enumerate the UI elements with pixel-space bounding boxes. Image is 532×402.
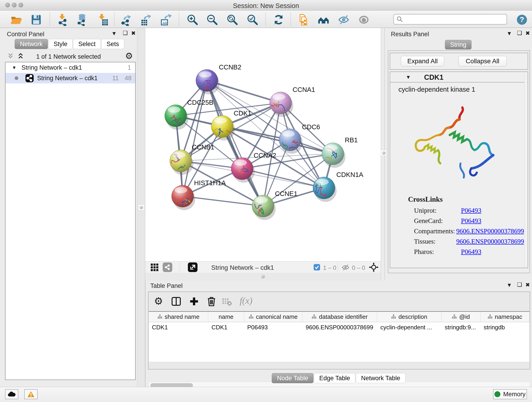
show-columns-button[interactable] xyxy=(171,296,181,307)
import-table-file-button[interactable] xyxy=(96,13,109,26)
import-network-database-button[interactable] xyxy=(75,13,88,26)
memory-label: Memory xyxy=(503,391,526,398)
table-panel-float-button[interactable]: ▼ xyxy=(507,282,512,288)
crosslink-link[interactable]: P06493 xyxy=(461,248,481,255)
tab-style[interactable]: Style xyxy=(48,39,73,49)
fit-selected-button[interactable] xyxy=(369,262,379,273)
network-edge[interactable] xyxy=(183,80,207,196)
protein-structure-image xyxy=(404,99,500,191)
network-row-selected[interactable]: String Network – cdk1 11 48 xyxy=(6,73,135,83)
tab-select[interactable]: Select xyxy=(73,39,101,49)
annotations-button[interactable] xyxy=(297,13,310,26)
left-splitter[interactable] xyxy=(137,28,145,387)
cloud-status-button[interactable] xyxy=(5,389,18,399)
export-image-button[interactable] xyxy=(160,13,173,26)
save-session-button[interactable] xyxy=(30,13,43,26)
node-label-CDK1: CDK1 xyxy=(234,109,251,117)
svg-text:?: ? xyxy=(520,15,524,24)
table-cell[interactable]: cyclin-dependent ... xyxy=(377,322,442,332)
column-header-canonical-name[interactable]: canonical name xyxy=(244,312,302,322)
current-network-title: String Network – cdk1 xyxy=(211,264,274,271)
tab-network-table[interactable]: Network Table xyxy=(356,373,405,383)
column-header-description[interactable]: description xyxy=(377,312,442,322)
import-network-file-button[interactable] xyxy=(56,13,69,26)
control-panel-undock-button[interactable]: ❑ xyxy=(123,30,128,36)
export-table-icon xyxy=(140,13,152,26)
expand-all-button[interactable]: Expand All xyxy=(401,56,444,66)
right-splitter-handle[interactable] xyxy=(381,150,387,156)
warnings-button[interactable] xyxy=(24,389,38,399)
column-header-@id[interactable]: @id xyxy=(442,312,481,322)
table-cell[interactable]: CDK1 xyxy=(208,322,244,332)
network-collection-row[interactable]: ▼ String Network – cdk1 1 xyxy=(6,62,135,73)
results-panel-float-button[interactable]: ▼ xyxy=(507,31,512,36)
open-session-button[interactable] xyxy=(10,13,22,26)
table-cell[interactable]: P06493 xyxy=(244,322,302,332)
create-column-button[interactable] xyxy=(189,296,199,307)
table-row[interactable]: CDK1CDK1P064939606.ENSP00000378699cyclin… xyxy=(149,322,530,332)
selected-checkbox[interactable] xyxy=(313,264,320,272)
network-canvas[interactable]: CCNB2CCNA1CDC25BCDK1CDC6RB1CCNB1CCNA2CDK… xyxy=(145,28,381,261)
table-panel-undock-button[interactable]: ❑ xyxy=(517,282,522,287)
column-header-database-identifier[interactable]: database identifier xyxy=(302,312,377,322)
table-cell[interactable]: 9606.ENSP00000378699 xyxy=(302,322,377,332)
tab-string-results[interactable]: String xyxy=(445,40,472,50)
tab-network[interactable]: Network xyxy=(15,39,48,49)
hide-selected-button[interactable] xyxy=(337,13,350,26)
table-container: ⚙ xyxy=(148,292,530,370)
collapse-all-button[interactable]: Collapse All xyxy=(458,56,507,66)
search-field[interactable] xyxy=(403,16,499,23)
network-options-gear-icon[interactable]: ⚙ xyxy=(125,51,133,61)
help-button[interactable]: ? xyxy=(515,13,528,26)
crosslink-link[interactable]: 9606.ENSP00000378699 xyxy=(456,238,524,245)
zoom-fit-button[interactable] xyxy=(226,13,239,26)
function-builder-button[interactable]: f(x) xyxy=(240,295,253,306)
table-cell[interactable]: stringdb xyxy=(481,322,530,332)
warning-icon xyxy=(27,391,35,397)
results-panel-close-button[interactable]: ✖ xyxy=(525,31,530,36)
zoom-out-button[interactable] xyxy=(206,13,219,26)
home-view-button[interactable] xyxy=(317,13,330,26)
export-network-button[interactable] xyxy=(120,13,133,26)
tab-node-table[interactable]: Node Table xyxy=(272,373,313,383)
refresh-button[interactable] xyxy=(272,13,285,26)
control-panel-close-button[interactable]: ✖ xyxy=(131,31,136,36)
gene-collapse-caret-icon[interactable]: ▼ xyxy=(406,74,411,80)
results-panel-undock-button[interactable]: ❑ xyxy=(517,30,522,36)
export-table-button[interactable] xyxy=(140,13,152,26)
column-header-shared-name[interactable]: shared name xyxy=(149,312,208,322)
table-options-gear-icon[interactable]: ⚙ xyxy=(154,295,163,307)
tab-edge-table[interactable]: Edge Table xyxy=(314,373,355,383)
left-splitter-handle[interactable] xyxy=(138,204,144,211)
grid-mode-button[interactable] xyxy=(150,263,159,273)
open-in-window-button[interactable] xyxy=(188,262,197,272)
network-graph: CCNB2CCNA1CDC25BCDK1CDC6RB1CCNB1CCNA2CDK… xyxy=(145,28,381,261)
delete-table-button[interactable] xyxy=(222,298,232,307)
crosslink-link[interactable]: P06493 xyxy=(461,207,481,214)
delete-table-icon xyxy=(222,298,232,306)
application-window: Session: New Session xyxy=(0,0,532,402)
column-header-name[interactable]: name xyxy=(208,312,244,322)
table-cell[interactable]: stringdb:9... xyxy=(442,322,481,332)
horizontal-splitter-handle[interactable] xyxy=(261,275,265,279)
delete-column-button[interactable] xyxy=(206,296,217,307)
network-status-dot-icon xyxy=(15,76,18,80)
crosslink-link[interactable]: 9606.ENSP00000378699 xyxy=(456,227,524,235)
zoom-in-button[interactable] xyxy=(186,13,199,26)
collection-collapse-caret-icon[interactable]: ▼ xyxy=(12,65,17,70)
zoom-selected-button[interactable] xyxy=(246,13,259,26)
control-panel-float-button[interactable]: ▼ xyxy=(111,31,117,36)
hidden-elements-icon xyxy=(341,263,350,273)
network-edge[interactable] xyxy=(207,80,263,206)
network-view-mode-button[interactable] xyxy=(163,262,172,272)
table-cell[interactable]: CDK1 xyxy=(149,322,208,332)
column-header-namespac[interactable]: namespac xyxy=(481,312,530,322)
results-scrollbar[interactable] xyxy=(525,72,527,268)
memory-button[interactable]: Memory xyxy=(493,389,527,399)
horizontal-splitter[interactable] xyxy=(145,273,381,281)
show-all-button[interactable] xyxy=(357,13,370,26)
search-input[interactable] xyxy=(393,14,507,25)
tab-sets[interactable]: Sets xyxy=(101,39,124,49)
table-panel-close-button[interactable]: ✖ xyxy=(525,282,530,288)
crosslink-link[interactable]: P06493 xyxy=(461,217,481,225)
